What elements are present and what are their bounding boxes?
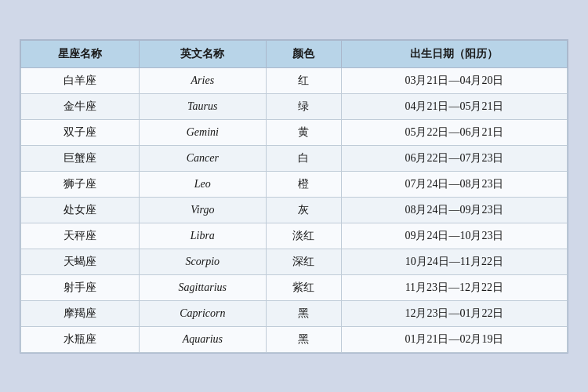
cell-english-name: Cancer <box>139 145 266 171</box>
cell-english-name: Sagittarius <box>139 274 266 300</box>
cell-color: 淡红 <box>266 223 341 249</box>
cell-birth-dates: 10月24日—11月22日 <box>341 249 567 274</box>
header-english-name: 英文名称 <box>139 40 266 67</box>
cell-english-name: Virgo <box>139 197 266 223</box>
cell-color: 黑 <box>266 300 341 326</box>
cell-chinese-name: 巨蟹座 <box>21 145 140 171</box>
cell-chinese-name: 金牛座 <box>21 93 140 119</box>
cell-chinese-name: 天蝎座 <box>21 249 140 274</box>
cell-color: 紫红 <box>266 274 341 300</box>
cell-english-name: Libra <box>139 223 266 249</box>
cell-chinese-name: 狮子座 <box>21 171 140 197</box>
table-row: 天蝎座Scorpio深红10月24日—11月22日 <box>21 249 568 274</box>
cell-english-name: Scorpio <box>139 249 266 274</box>
cell-english-name: Gemini <box>139 119 266 145</box>
cell-birth-dates: 03月21日—04月20日 <box>341 67 567 93</box>
table-row: 巨蟹座Cancer白06月22日—07月23日 <box>21 145 568 171</box>
table-row: 金牛座Taurus绿04月21日—05月21日 <box>21 93 568 119</box>
cell-color: 黄 <box>266 119 341 145</box>
table-row: 水瓶座Aquarius黑01月21日—02月19日 <box>21 326 568 352</box>
table-header-row: 星座名称 英文名称 颜色 出生日期（阳历） <box>21 40 568 67</box>
cell-birth-dates: 01月21日—02月19日 <box>341 326 567 352</box>
cell-chinese-name: 射手座 <box>21 274 140 300</box>
header-chinese-name: 星座名称 <box>21 40 140 67</box>
table-row: 射手座Sagittarius紫红11月23日—12月22日 <box>21 274 568 300</box>
zodiac-table-container: 星座名称 英文名称 颜色 出生日期（阳历） 白羊座Aries红03月21日—04… <box>20 39 568 354</box>
zodiac-table: 星座名称 英文名称 颜色 出生日期（阳历） 白羊座Aries红03月21日—04… <box>20 40 568 353</box>
cell-birth-dates: 04月21日—05月21日 <box>341 93 567 119</box>
cell-chinese-name: 水瓶座 <box>21 326 140 352</box>
cell-chinese-name: 白羊座 <box>21 67 140 93</box>
cell-color: 橙 <box>266 171 341 197</box>
cell-birth-dates: 12月23日—01月22日 <box>341 300 567 326</box>
cell-color: 深红 <box>266 249 341 274</box>
cell-chinese-name: 双子座 <box>21 119 140 145</box>
cell-color: 红 <box>266 67 341 93</box>
cell-birth-dates: 05月22日—06月21日 <box>341 119 567 145</box>
cell-english-name: Aquarius <box>139 326 266 352</box>
table-row: 白羊座Aries红03月21日—04月20日 <box>21 67 568 93</box>
table-row: 双子座Gemini黄05月22日—06月21日 <box>21 119 568 145</box>
cell-color: 灰 <box>266 197 341 223</box>
cell-birth-dates: 09月24日—10月23日 <box>341 223 567 249</box>
table-row: 摩羯座Capricorn黑12月23日—01月22日 <box>21 300 568 326</box>
table-body: 白羊座Aries红03月21日—04月20日金牛座Taurus绿04月21日—0… <box>21 67 568 352</box>
cell-english-name: Aries <box>139 67 266 93</box>
cell-birth-dates: 07月24日—08月23日 <box>341 171 567 197</box>
header-color: 颜色 <box>266 40 341 67</box>
table-row: 处女座Virgo灰08月24日—09月23日 <box>21 197 568 223</box>
table-row: 狮子座Leo橙07月24日—08月23日 <box>21 171 568 197</box>
cell-chinese-name: 天秤座 <box>21 223 140 249</box>
cell-english-name: Capricorn <box>139 300 266 326</box>
header-birth-date: 出生日期（阳历） <box>341 40 567 67</box>
cell-chinese-name: 摩羯座 <box>21 300 140 326</box>
table-row: 天秤座Libra淡红09月24日—10月23日 <box>21 223 568 249</box>
cell-chinese-name: 处女座 <box>21 197 140 223</box>
cell-english-name: Leo <box>139 171 266 197</box>
cell-color: 绿 <box>266 93 341 119</box>
cell-english-name: Taurus <box>139 93 266 119</box>
cell-birth-dates: 08月24日—09月23日 <box>341 197 567 223</box>
cell-color: 黑 <box>266 326 341 352</box>
cell-birth-dates: 06月22日—07月23日 <box>341 145 567 171</box>
cell-birth-dates: 11月23日—12月22日 <box>341 274 567 300</box>
cell-color: 白 <box>266 145 341 171</box>
